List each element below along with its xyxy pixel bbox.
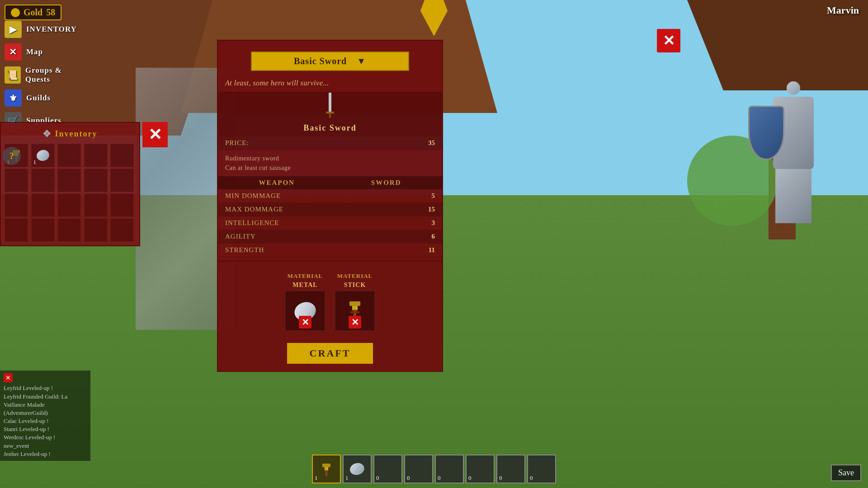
material-label-2: MATERIAL	[337, 272, 373, 280]
stat-row-strength: Strength 11	[218, 244, 442, 257]
event-log-close[interactable]: ✕	[4, 373, 13, 382]
agility-value: 6	[432, 233, 435, 240]
material-type-metal: METAL	[292, 282, 317, 289]
event-line-5: Werdroc Leveled-up !	[4, 433, 87, 441]
inv-slot-5[interactable]	[110, 144, 134, 167]
inv-slot-11[interactable]	[5, 193, 28, 217]
craft-button[interactable]: CRAFT	[287, 343, 373, 364]
inventory-panel: ✥ Inventory 1 1	[0, 122, 140, 246]
tooltip-icon[interactable]: ?	[3, 147, 21, 165]
sword-category: SWORD	[371, 179, 401, 187]
hotbar-count-4: 0	[407, 474, 410, 482]
inv-slot-4[interactable]	[84, 144, 108, 167]
gold-label: Gold	[24, 7, 42, 18]
inv-slot-8[interactable]	[57, 169, 81, 192]
inv-slot-17[interactable]	[31, 218, 55, 242]
dropdown-arrow-icon: ▼	[357, 56, 366, 66]
material-label-1: MATERIAL	[288, 272, 323, 280]
svg-rect-4	[329, 93, 331, 112]
max-dmg-label: Max Dommage	[225, 206, 283, 213]
inv-slot-19[interactable]	[84, 218, 108, 242]
min-dmg-value: 5	[432, 192, 435, 200]
craft-close-button[interactable]: ✕	[657, 29, 680, 52]
weapon-category: WEAPON	[259, 179, 295, 187]
sidebar-item-inventory[interactable]: ▶ INVENTORY	[0, 18, 90, 41]
sidebar-item-quests[interactable]: 📜 Groups & Quests	[0, 63, 90, 87]
hotbar-count-7: 0	[499, 474, 502, 482]
stat-row-agility: Agility 6	[218, 230, 442, 244]
item-selector-dropdown[interactable]: Basic Sword ▼	[251, 52, 409, 71]
inv-slot-10[interactable]	[110, 169, 134, 192]
inv-slot-14[interactable]	[84, 193, 108, 217]
material-slot-stick: MATERIAL STICK ✕	[335, 272, 375, 331]
hotbar-count-3: 0	[376, 474, 379, 482]
hotbar-slot-7[interactable]: 0	[496, 455, 525, 483]
inv-slot-20[interactable]	[110, 218, 134, 242]
hotbar-slot-1[interactable]: 1	[312, 455, 341, 483]
strength-value: 11	[429, 246, 435, 254]
description-line-2: Can at least cut sausage	[225, 163, 435, 173]
sidebar-label-map: Map	[26, 47, 43, 56]
gold-icon	[11, 8, 20, 17]
event-line-6: new_event	[4, 442, 87, 450]
intelligence-value: 3	[432, 219, 435, 227]
inv-slot-3[interactable]	[57, 144, 81, 167]
hotbar-slot-5[interactable]: 0	[435, 455, 464, 483]
event-line-3: Calac Leveled-up !	[4, 417, 87, 425]
inv-slot-9[interactable]	[84, 169, 108, 192]
hotbar-slot-2[interactable]: 1	[343, 455, 372, 483]
sidebar-label-quests: Groups & Quests	[25, 66, 86, 84]
inventory-close-button[interactable]: ✕	[142, 122, 168, 147]
inv-slot-13[interactable]	[57, 193, 81, 217]
sidebar-item-guilds[interactable]: ⚜ Guilds	[0, 87, 90, 109]
min-dmg-label: Min Dommage	[225, 192, 281, 200]
selected-item-label: Basic Sword	[294, 56, 347, 66]
inv-slot-7[interactable]	[31, 169, 55, 192]
material-missing-metal: ✕	[299, 316, 311, 328]
event-line-7: Jenher Leveled-up !	[4, 450, 87, 458]
hotbar-slot-3[interactable]: 0	[373, 455, 402, 483]
item-name-header: Basic Sword	[218, 120, 442, 136]
item-preview	[218, 93, 442, 120]
item-description: Rudimentary sword Can at least cut sausa…	[218, 150, 442, 176]
hotbar-count-5: 0	[438, 474, 441, 482]
svg-point-3	[35, 149, 50, 162]
inv-slot-6[interactable]	[5, 169, 28, 192]
panel-divider-2	[218, 261, 442, 262]
inv-slot-2[interactable]: 1	[31, 144, 55, 167]
sidebar-item-map[interactable]: ✕ Map	[0, 41, 90, 63]
stat-row-max-dmg: Max Dommage 15	[218, 203, 442, 216]
inventory-title: ✥ Inventory	[5, 127, 136, 141]
hotbar-count-1: 1	[315, 474, 318, 482]
guilds-icon: ⚜	[5, 89, 22, 107]
map-icon: ✕	[5, 43, 22, 61]
hotbar-slot-8[interactable]: 0	[527, 455, 556, 483]
hotbar: 1 1 0 0 0 0 0 0	[312, 455, 556, 483]
material-type-stick: STICK	[344, 282, 366, 289]
hotbar-count-2: 1	[345, 474, 349, 482]
price-label: Price:	[225, 139, 249, 147]
material-box-metal: ✕	[285, 291, 326, 331]
inv-slot-16[interactable]	[5, 218, 28, 242]
svg-rect-11	[350, 311, 359, 313]
description-line-1: Rudimentary sword	[225, 154, 435, 163]
inv-slot-15[interactable]	[110, 193, 134, 217]
hotbar-metal-icon	[349, 461, 366, 477]
sidebar: ▶ INVENTORY ✕ Map 📜 Groups & Quests ⚜ Gu…	[0, 18, 90, 132]
svg-point-15	[349, 461, 366, 476]
svg-rect-5	[326, 112, 334, 113]
hotbar-slot-6[interactable]: 0	[466, 455, 495, 483]
sword-preview-icon	[325, 93, 335, 120]
materials-section: MATERIAL METAL ✕ MATERIAL STICK	[218, 265, 442, 338]
inv-slot-12[interactable]	[31, 193, 55, 217]
move-icon: ✥	[43, 128, 52, 139]
stats-table: Min Dommage 5 Max Dommage 15 Intelligenc…	[218, 189, 442, 257]
material-missing-stick: ✕	[349, 316, 361, 328]
category-row: WEAPON SWORD	[218, 176, 442, 189]
max-dmg-value: 15	[428, 206, 435, 213]
inv-slot-18[interactable]	[57, 218, 81, 242]
event-line-1: Leyfrid Leveled-up !	[4, 384, 87, 392]
save-button[interactable]: Save	[831, 465, 861, 481]
hotbar-slot-4[interactable]: 0	[404, 455, 433, 483]
sidebar-label-guilds: Guilds	[26, 94, 51, 103]
